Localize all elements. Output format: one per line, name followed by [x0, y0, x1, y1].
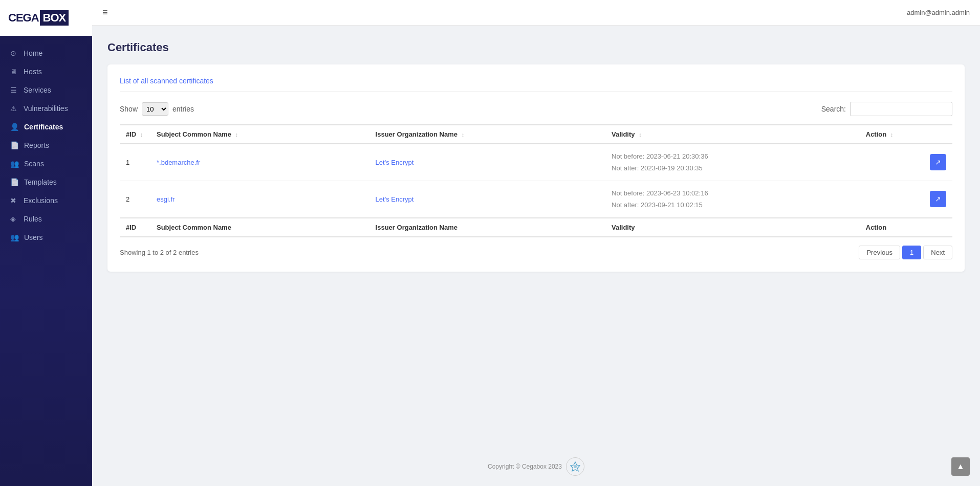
user-email: admin@admin.admin [907, 9, 970, 16]
footer-logo-icon [570, 461, 581, 472]
table-row: 1 *.bdemarche.fr Let's Encrypt Not befor… [120, 144, 952, 181]
sort-subject-icon[interactable]: ↕ [235, 131, 238, 138]
footer-col-id: #ID [120, 218, 150, 237]
table-row: 2 esgi.fr Let's Encrypt Not before: 2023… [120, 181, 952, 217]
hamburger-button[interactable]: ≡ [102, 7, 108, 18]
show-entries: Show 10 25 50 100 entries [120, 102, 194, 116]
sidebar-item-exclusions-label: Exclusions [24, 196, 58, 205]
footer-logo [566, 457, 584, 476]
sidebar-item-templates[interactable]: 📄 Templates [0, 173, 92, 191]
sidebar-item-certificates[interactable]: 👤 Certificates [0, 118, 92, 136]
page-1-button[interactable]: 1 [902, 246, 921, 259]
page-title: Certificates [107, 41, 965, 54]
sidebar-item-templates-label: Templates [24, 178, 57, 186]
pagination-row: Showing 1 to 2 of 2 entries Previous 1 N… [120, 246, 952, 259]
col-subject: Subject Common Name ↕ [150, 125, 369, 144]
card-subtitle: List of all scanned certificates [120, 77, 952, 92]
table-footer-row: #ID Subject Common Name Issuer Organizat… [120, 218, 952, 237]
sort-id-icon[interactable]: ↕ [140, 131, 143, 138]
validity-not-after-2: Not after: 2023-09-21 10:02:15 [612, 199, 854, 211]
validity-not-after-1: Not after: 2023-09-19 20:30:35 [612, 162, 854, 174]
cell-subject-1: *.bdemarche.fr [150, 144, 369, 181]
sidebar-item-services-label: Services [24, 86, 51, 94]
cell-issuer-1: Let's Encrypt [369, 144, 605, 181]
sidebar-item-rules[interactable]: ◈ Rules [0, 210, 92, 228]
search-label: Search: [821, 105, 846, 113]
next-button[interactable]: Next [923, 246, 952, 259]
topbar: ≡ admin@admin.admin [92, 0, 980, 26]
sidebar: CEGA BOX ⊙ Home 🖥 Hosts ☰ Services ⚠ Vul… [0, 0, 92, 486]
sidebar-item-scans-label: Scans [24, 160, 44, 168]
entries-select[interactable]: 10 25 50 100 [142, 102, 168, 116]
sidebar-item-reports[interactable]: 📄 Reports [0, 136, 92, 154]
main-content: ≡ admin@admin.admin Certificates List of… [92, 0, 980, 486]
footer: Copyright © Cegabox 2023 [92, 447, 980, 486]
page-content: Certificates List of all scanned certifi… [92, 26, 980, 447]
sort-validity-icon[interactable]: ↕ [639, 131, 642, 138]
sidebar-item-users[interactable]: 👥 Users [0, 228, 92, 247]
validity-not-before-1: Not before: 2023-06-21 20:30:36 [612, 150, 854, 162]
sidebar-item-services[interactable]: ☰ Services [0, 81, 92, 99]
sidebar-item-home-label: Home [24, 49, 42, 57]
view-button-2[interactable]: ↗ [930, 191, 946, 207]
sidebar-item-hosts-label: Hosts [24, 68, 42, 76]
previous-button[interactable]: Previous [859, 246, 900, 259]
cell-subject-2: esgi.fr [150, 181, 369, 217]
cell-action-1: ↗ [860, 144, 952, 181]
sidebar-item-vulnerabilities[interactable]: ⚠ Vulnerabilities [0, 99, 92, 118]
table-header-row: #ID ↕ Subject Common Name ↕ Issuer Organ… [120, 125, 952, 144]
pagination-buttons: Previous 1 Next [859, 246, 952, 259]
show-label: Show [120, 105, 138, 113]
hosts-icon: 🖥 [10, 68, 18, 76]
col-validity: Validity ↕ [605, 125, 860, 144]
col-issuer: Issuer Organization Name ↕ [369, 125, 605, 144]
templates-icon: 📄 [10, 178, 19, 186]
pagination-info: Showing 1 to 2 of 2 entries [120, 249, 199, 256]
sort-issuer-icon[interactable]: ↕ [462, 131, 465, 138]
footer-col-action: Action [860, 218, 952, 237]
sidebar-item-users-label: Users [24, 233, 43, 241]
footer-col-issuer: Issuer Organization Name [369, 218, 605, 237]
reports-icon: 📄 [10, 141, 19, 149]
sidebar-item-scans[interactable]: 👥 Scans [0, 154, 92, 173]
svg-point-0 [574, 465, 577, 468]
cell-validity-2: Not before: 2023-06-23 10:02:16 Not afte… [605, 181, 860, 217]
col-action: Action ↕ [860, 125, 952, 144]
sidebar-item-exclusions[interactable]: ✖ Exclusions [0, 191, 92, 210]
users-icon: 👥 [10, 233, 19, 241]
sidebar-item-home[interactable]: ⊙ Home [0, 44, 92, 62]
logo-container: CEGA BOX [0, 0, 92, 36]
sidebar-item-vulnerabilities-label: Vulnerabilities [24, 104, 68, 113]
vulnerabilities-icon: ⚠ [10, 104, 18, 113]
footer-col-validity: Validity [605, 218, 860, 237]
footer-col-subject: Subject Common Name [150, 218, 369, 237]
home-icon: ⊙ [10, 49, 18, 57]
certificates-table: #ID ↕ Subject Common Name ↕ Issuer Organ… [120, 124, 952, 237]
cell-validity-1: Not before: 2023-06-21 20:30:36 Not afte… [605, 144, 860, 181]
validity-not-before-2: Not before: 2023-06-23 10:02:16 [612, 187, 854, 199]
copyright-text: Copyright © Cegabox 2023 [488, 463, 562, 470]
cell-action-2: ↗ [860, 181, 952, 217]
entries-label: entries [172, 105, 194, 113]
logo-cega-text: CEGA [8, 11, 39, 25]
logo: CEGA BOX [8, 10, 69, 26]
certificates-card: List of all scanned certificates Show 10… [107, 64, 965, 272]
certificates-icon: 👤 [10, 123, 19, 131]
cell-issuer-2: Let's Encrypt [369, 181, 605, 217]
col-id: #ID ↕ [120, 125, 150, 144]
external-link-icon-1: ↗ [935, 158, 941, 166]
view-button-1[interactable]: ↗ [930, 154, 946, 170]
external-link-icon-2: ↗ [935, 195, 941, 203]
sort-action-icon[interactable]: ↕ [890, 131, 894, 138]
cell-id-2: 2 [120, 181, 150, 217]
search-box: Search: [821, 102, 952, 116]
sidebar-item-hosts[interactable]: 🖥 Hosts [0, 62, 92, 81]
exclusions-icon: ✖ [10, 196, 18, 205]
sidebar-nav: ⊙ Home 🖥 Hosts ☰ Services ⚠ Vulnerabilit… [0, 36, 92, 486]
logo-box-text: BOX [40, 10, 69, 26]
search-input[interactable] [850, 102, 952, 116]
scans-icon: 👥 [10, 160, 19, 168]
scroll-top-button[interactable]: ▲ [951, 457, 970, 476]
sidebar-item-certificates-label: Certificates [24, 123, 63, 131]
cell-id-1: 1 [120, 144, 150, 181]
